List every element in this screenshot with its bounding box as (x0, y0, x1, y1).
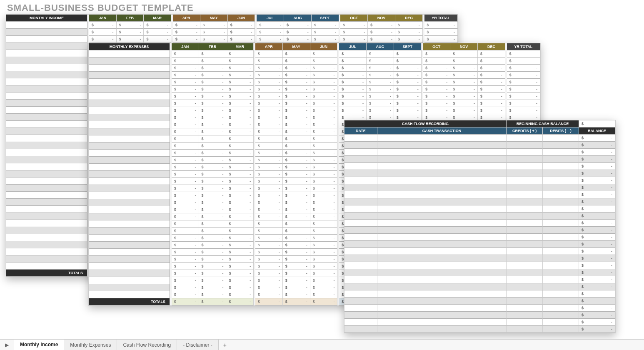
cashflow-date-cell[interactable] (344, 298, 377, 305)
cashflow-transaction-cell[interactable] (377, 276, 507, 283)
expenses-row-label[interactable] (89, 100, 170, 107)
cashflow-credits-cell[interactable] (507, 205, 543, 212)
expenses-cell[interactable]: $- (283, 213, 310, 220)
expenses-cell[interactable]: $- (199, 228, 227, 235)
expenses-cell[interactable]: $- (310, 249, 338, 256)
expenses-row-label[interactable] (89, 58, 170, 65)
cashflow-debits-cell[interactable] (543, 312, 579, 319)
expenses-cell[interactable]: $- (255, 79, 283, 86)
cashflow-debits-cell[interactable] (543, 326, 579, 333)
expenses-row-label[interactable] (89, 178, 170, 185)
cashflow-transaction-cell[interactable] (377, 135, 507, 142)
expenses-cell[interactable]: $- (226, 242, 254, 249)
cashflow-date-cell[interactable] (344, 290, 377, 298)
cashflow-date-cell[interactable] (344, 198, 377, 205)
expenses-cell[interactable]: $- (199, 206, 227, 213)
cashflow-transaction-cell[interactable] (377, 234, 507, 241)
expenses-cell[interactable]: $- (255, 242, 283, 249)
expenses-cell[interactable]: $- (450, 93, 478, 100)
cashflow-credits-cell[interactable] (507, 305, 543, 312)
expenses-cell[interactable]: $- (199, 114, 227, 121)
expenses-cell[interactable]: $- (394, 50, 422, 58)
expenses-cell[interactable]: $- (255, 291, 283, 298)
expenses-cell[interactable]: $- (199, 164, 227, 171)
expenses-cell[interactable]: $- (339, 86, 367, 93)
cashflow-date-cell[interactable] (344, 163, 377, 170)
tab-monthly-expenses[interactable]: Monthly Expenses (64, 340, 117, 350)
expenses-row-label[interactable] (89, 121, 170, 128)
cashflow-debits-cell[interactable] (543, 241, 579, 248)
cashflow-date-cell[interactable] (344, 319, 377, 326)
expenses-cell[interactable]: $- (226, 249, 254, 256)
cashflow-credits-cell[interactable] (507, 248, 543, 255)
expenses-cell[interactable]: $- (310, 107, 338, 114)
income-cell[interactable]: $- (144, 36, 171, 43)
income-cell[interactable]: $- (89, 22, 117, 29)
income-row-label[interactable] (6, 57, 87, 64)
expenses-cell[interactable]: $- (310, 192, 338, 199)
expenses-cell[interactable]: $- (394, 58, 422, 65)
expenses-row-label[interactable] (89, 114, 170, 121)
expenses-cell[interactable]: $- (226, 178, 254, 185)
expenses-cell[interactable]: $- (172, 157, 199, 164)
expenses-cell[interactable]: $- (172, 185, 199, 192)
expenses-cell[interactable]: $- (172, 135, 199, 142)
cashflow-date-cell[interactable] (344, 269, 377, 276)
expenses-row-label[interactable] (89, 93, 170, 100)
cashflow-debits-cell[interactable] (543, 276, 579, 283)
expenses-cell[interactable]: $- (199, 277, 227, 284)
cashflow-debits-cell[interactable] (543, 227, 579, 234)
income-cell[interactable]: $- (173, 22, 200, 29)
expenses-cell[interactable]: $- (226, 157, 254, 164)
income-cell[interactable]: $- (284, 36, 312, 43)
expenses-cell[interactable]: $- (478, 50, 505, 58)
expenses-cell[interactable]: $- (367, 65, 394, 72)
cashflow-credits-cell[interactable] (507, 170, 543, 177)
expenses-cell[interactable]: $- (172, 256, 199, 263)
expenses-cell[interactable]: $- (423, 93, 450, 100)
expenses-row-label[interactable] (89, 284, 170, 291)
expenses-cell[interactable]: $- (367, 79, 394, 86)
cashflow-date-cell[interactable] (344, 177, 377, 184)
cashflow-debits-cell[interactable] (543, 269, 579, 276)
expenses-cell[interactable]: $- (339, 50, 367, 58)
income-cell[interactable]: $- (340, 36, 368, 43)
cashflow-debits-cell[interactable] (543, 149, 579, 156)
cashflow-transaction-cell[interactable] (377, 305, 507, 312)
expenses-row-label[interactable] (89, 242, 170, 249)
expenses-row-label[interactable] (89, 256, 170, 263)
expenses-cell[interactable]: $- (367, 107, 394, 114)
expenses-cell[interactable]: $- (310, 150, 338, 157)
expenses-row-label[interactable] (89, 107, 170, 114)
expenses-cell[interactable]: $- (172, 228, 199, 235)
expenses-cell[interactable]: $- (172, 142, 199, 150)
expenses-cell[interactable]: $- (283, 142, 310, 150)
expenses-cell[interactable]: $- (310, 164, 338, 171)
expenses-cell[interactable]: $- (255, 164, 283, 171)
cashflow-date-cell[interactable] (344, 305, 377, 312)
expenses-cell[interactable]: $- (423, 72, 450, 79)
cashflow-transaction-cell[interactable] (377, 312, 507, 319)
income-cell[interactable]: $- (228, 22, 255, 29)
expenses-cell[interactable]: $- (394, 86, 422, 93)
expenses-cell[interactable]: $- (199, 256, 227, 263)
expenses-cell[interactable]: $- (199, 242, 227, 249)
expenses-cell[interactable]: $- (283, 157, 310, 164)
expenses-cell[interactable]: $- (478, 100, 505, 107)
cashflow-debits-cell[interactable] (543, 198, 579, 205)
expenses-cell[interactable]: $- (255, 72, 283, 79)
expenses-cell[interactable]: $- (310, 263, 338, 270)
expenses-cell[interactable]: $- (199, 291, 227, 298)
expenses-cell[interactable]: $- (283, 72, 310, 79)
cashflow-transaction-cell[interactable] (377, 241, 507, 248)
cashflow-credits-cell[interactable] (507, 163, 543, 170)
expenses-row-label[interactable] (89, 277, 170, 284)
expenses-cell[interactable]: $- (172, 192, 199, 199)
expenses-cell[interactable]: $- (450, 72, 478, 79)
expenses-cell[interactable]: $- (283, 263, 310, 270)
cashflow-credits-cell[interactable] (507, 326, 543, 333)
expenses-cell[interactable]: $- (450, 58, 478, 65)
income-row-label[interactable] (6, 78, 87, 85)
cashflow-credits-cell[interactable] (507, 142, 543, 149)
expenses-cell[interactable]: $- (172, 164, 199, 171)
